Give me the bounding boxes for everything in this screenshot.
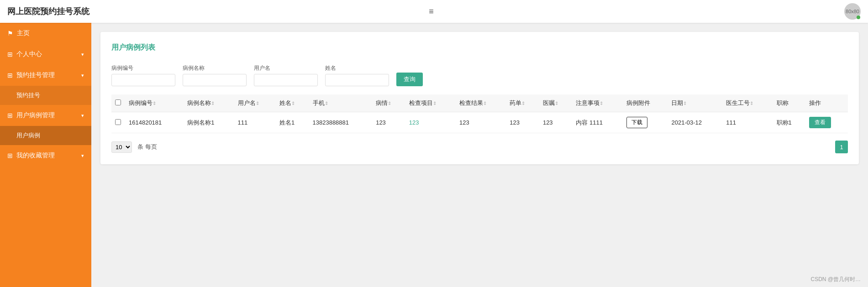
sidebar-label-home: 主页 bbox=[17, 29, 30, 37]
sort-icon-doctor-id: ⇕ bbox=[750, 101, 753, 106]
col-username: 用户名⇕ bbox=[234, 94, 276, 112]
page-title: 用户病例列表 bbox=[111, 43, 848, 56]
sort-icon-date: ⇕ bbox=[683, 101, 687, 106]
flag-icon: ⚑ bbox=[7, 30, 13, 37]
cell-notes: 内容 1111 bbox=[572, 112, 622, 133]
col-check-result: 检查结果⇕ bbox=[456, 94, 506, 112]
cell-case-no: 1614820181 bbox=[125, 112, 184, 133]
search-field-username: 用户名 bbox=[254, 64, 318, 86]
sidebar-item-personal[interactable]: ⊞ 个人中心 ▾ bbox=[0, 44, 91, 65]
per-page-select[interactable]: 10 20 50 bbox=[111, 141, 132, 153]
cell-phone: 13823888881 bbox=[309, 112, 373, 133]
grid-icon-case: ⊞ bbox=[7, 112, 13, 119]
table-header-row: 病例编号⇕ 病例名称⇕ 用户名⇕ 姓名⇕ 手机⇕ 病情⇕ 检查项目⇕ 检查结果⇕… bbox=[111, 94, 848, 112]
sidebar-label-favorites: 我的收藏管理 bbox=[16, 151, 55, 160]
sidebar-item-user-case[interactable]: 用户病例 bbox=[0, 126, 91, 145]
sort-icon-insurance: ⇕ bbox=[555, 101, 558, 106]
input-case-name[interactable] bbox=[183, 74, 247, 86]
search-button[interactable]: 查询 bbox=[396, 73, 423, 86]
col-check-items: 检查项目⇕ bbox=[405, 94, 456, 112]
sort-icon-case-no: ⇕ bbox=[153, 101, 156, 106]
header: 网上医院预约挂号系统 ≡ 80x80 bbox=[0, 0, 868, 23]
label-username: 用户名 bbox=[254, 64, 318, 72]
col-phone: 手机⇕ bbox=[309, 94, 373, 112]
input-case-no[interactable] bbox=[111, 74, 175, 86]
col-medicine: 药单⇕ bbox=[506, 94, 539, 112]
sidebar: ⚑ 主页 ⊞ 个人中心 ▾ ⊞ 预约挂号管理 ▾ 预约挂号 ⊞ 用户病例管理 ▾… bbox=[0, 23, 91, 287]
sidebar-label-personal: 个人中心 bbox=[16, 50, 42, 58]
col-case-name: 病例名称⇕ bbox=[184, 94, 234, 112]
download-button[interactable]: 下载 bbox=[626, 117, 647, 128]
sort-icon-username: ⇕ bbox=[256, 101, 259, 106]
grid-icon-personal: ⊞ bbox=[7, 51, 13, 58]
row-checkbox[interactable] bbox=[115, 119, 121, 125]
main-content: 用户病例列表 病例编号 病例名称 用户名 姓名 bbox=[91, 23, 868, 287]
sidebar-label-appt-register: 预约挂号 bbox=[16, 91, 40, 99]
col-case-no: 病例编号⇕ bbox=[125, 94, 184, 112]
cell-insurance: 123 bbox=[539, 112, 573, 133]
col-title: 职称 bbox=[773, 94, 805, 112]
col-insurance: 医嘱⇕ bbox=[539, 94, 573, 112]
footer-note: CSDN @曾几何时… bbox=[810, 276, 861, 283]
sort-icon-medicine: ⇕ bbox=[521, 101, 525, 106]
cell-condition: 123 bbox=[372, 112, 405, 133]
sort-icon-check-result: ⇕ bbox=[483, 101, 487, 106]
chevron-down-icon-favorites: ▾ bbox=[81, 153, 84, 159]
sort-icon-check-items: ⇕ bbox=[433, 101, 437, 106]
chevron-down-icon-case: ▾ bbox=[81, 113, 84, 119]
col-condition: 病情⇕ bbox=[372, 94, 405, 112]
cell-attachment: 下载 bbox=[623, 112, 668, 133]
row-checkbox-cell bbox=[111, 112, 125, 133]
cell-case-name: 病例名称1 bbox=[184, 112, 234, 133]
label-case-no: 病例编号 bbox=[111, 64, 175, 72]
cell-medicine: 123 bbox=[506, 112, 539, 133]
table-row: 1614820181 病例名称1 111 姓名1 13823888881 123… bbox=[111, 112, 848, 133]
layout: ⚑ 主页 ⊞ 个人中心 ▾ ⊞ 预约挂号管理 ▾ 预约挂号 ⊞ 用户病例管理 ▾… bbox=[0, 23, 868, 287]
sidebar-item-appointment[interactable]: ⊞ 预约挂号管理 ▾ bbox=[0, 65, 91, 86]
col-action: 操作 bbox=[805, 94, 848, 112]
label-case-name: 病例名称 bbox=[183, 64, 247, 72]
sidebar-item-appt-register[interactable]: 预约挂号 bbox=[0, 86, 91, 105]
sidebar-item-home[interactable]: ⚑ 主页 bbox=[0, 23, 91, 44]
cell-doctor-id: 111 bbox=[722, 112, 773, 133]
chevron-down-icon-personal: ▾ bbox=[81, 52, 84, 57]
sidebar-label-appointment: 预约挂号管理 bbox=[16, 71, 55, 79]
sidebar-item-favorites[interactable]: ⊞ 我的收藏管理 ▾ bbox=[0, 145, 91, 166]
sidebar-label-user-case: 用户病例 bbox=[16, 131, 40, 140]
sort-icon-notes: ⇕ bbox=[600, 101, 603, 106]
input-username[interactable] bbox=[254, 74, 318, 86]
cell-check-items: 123 bbox=[405, 112, 456, 133]
cell-username: 111 bbox=[234, 112, 276, 133]
app-title: 网上医院预约挂号系统 bbox=[7, 6, 418, 17]
per-page-label: 条 每页 bbox=[137, 143, 157, 151]
pagination-numbers: 1 bbox=[835, 141, 848, 153]
search-form: 病例编号 病例名称 用户名 姓名 查询 bbox=[111, 64, 848, 86]
menu-icon[interactable]: ≡ bbox=[429, 7, 434, 16]
cell-realname: 姓名1 bbox=[276, 112, 309, 133]
cell-action: 查看 bbox=[805, 112, 848, 133]
select-all-checkbox[interactable] bbox=[115, 99, 121, 105]
col-notes: 注意事项⇕ bbox=[572, 94, 622, 112]
avatar[interactable]: 80x80 bbox=[844, 3, 861, 20]
content-card: 用户病例列表 病例编号 病例名称 用户名 姓名 bbox=[100, 32, 859, 164]
view-button[interactable]: 查看 bbox=[809, 117, 831, 128]
online-dot bbox=[857, 16, 860, 19]
sidebar-item-case-mgmt[interactable]: ⊞ 用户病例管理 ▾ bbox=[0, 105, 91, 126]
col-checkbox bbox=[111, 94, 125, 112]
grid-icon-favorites: ⊞ bbox=[7, 152, 13, 159]
page-btn-1[interactable]: 1 bbox=[835, 141, 848, 153]
search-field-realname: 姓名 bbox=[325, 64, 389, 86]
sidebar-label-case-mgmt: 用户病例管理 bbox=[16, 111, 55, 120]
pagination-area: 10 20 50 条 每页 1 bbox=[111, 141, 848, 153]
case-table: 病例编号⇕ 病例名称⇕ 用户名⇕ 姓名⇕ 手机⇕ 病情⇕ 检查项目⇕ 检查结果⇕… bbox=[111, 94, 848, 133]
cell-title: 职称1 bbox=[773, 112, 805, 133]
sort-icon-realname: ⇕ bbox=[291, 101, 295, 106]
avatar-text: 80x80 bbox=[846, 9, 859, 14]
table-wrapper: 病例编号⇕ 病例名称⇕ 用户名⇕ 姓名⇕ 手机⇕ 病情⇕ 检查项目⇕ 检查结果⇕… bbox=[111, 94, 848, 133]
sort-icon-case-name: ⇕ bbox=[211, 101, 215, 106]
input-realname[interactable] bbox=[325, 74, 389, 86]
search-field-case-no: 病例编号 bbox=[111, 64, 175, 86]
col-date: 日期⇕ bbox=[668, 94, 722, 112]
grid-icon-appointment: ⊞ bbox=[7, 72, 13, 79]
col-realname: 姓名⇕ bbox=[276, 94, 309, 112]
